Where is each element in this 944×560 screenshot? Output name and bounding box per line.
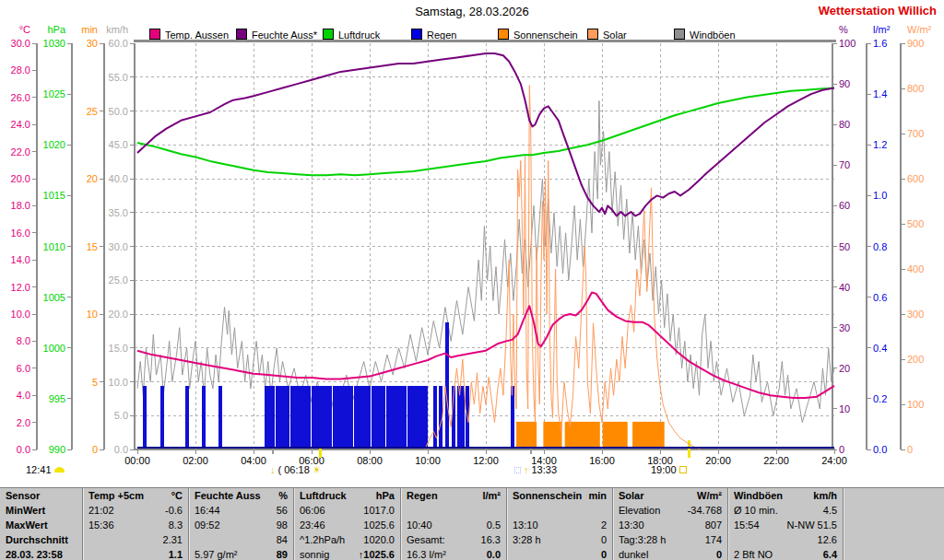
table-cell: 3:28 h0 xyxy=(507,532,612,547)
table-cell: 15:54N-NW 51.5 xyxy=(728,518,843,532)
svg-text:20.0: 20.0 xyxy=(109,309,128,320)
sunrise-time: ( 06:18 xyxy=(278,464,310,475)
svg-text:18.0: 18.0 xyxy=(11,200,30,211)
svg-text:80: 80 xyxy=(839,119,850,130)
svg-text:30.0: 30.0 xyxy=(11,38,30,49)
svg-text:10.0: 10.0 xyxy=(109,377,128,388)
axis-kmh: km/h0.05.010.015.020.025.030.035.040.045… xyxy=(106,24,135,455)
up-arrow-icon: ↑ xyxy=(524,464,529,475)
table-cell xyxy=(507,503,612,518)
svg-text:5.0: 5.0 xyxy=(114,410,128,421)
table-cell xyxy=(401,503,506,518)
svg-text:12.0: 12.0 xyxy=(11,282,30,293)
svg-text:50.0: 50.0 xyxy=(109,106,128,117)
table-cell: Ø 10 min.4.5 xyxy=(728,503,843,518)
weather-station-chart: Samstag, 28.03.2026 Wetterstation Willic… xyxy=(0,0,944,560)
table-cell: Sensor xyxy=(0,488,82,503)
svg-text:600: 600 xyxy=(907,173,924,184)
table-cell: dunkel0 xyxy=(613,547,727,560)
axis-temp: °C0.02.04.06.08.010.012.014.016.018.020.… xyxy=(11,24,37,455)
svg-text:04:00: 04:00 xyxy=(241,455,266,466)
svg-text:1000: 1000 xyxy=(43,343,65,354)
svg-text:55.0: 55.0 xyxy=(109,72,128,83)
moon-transit-marker: ↑ 13:33 xyxy=(514,463,557,476)
table-cell: SolarW/m² xyxy=(613,488,727,503)
x-axis: 00:0002:0004:0006:0008:0010:0012:0014:00… xyxy=(124,449,847,466)
table-cell: Feuchte Auss% xyxy=(189,488,293,503)
svg-text:60.0: 60.0 xyxy=(109,38,128,49)
svg-text:45.0: 45.0 xyxy=(109,139,128,150)
table-column-feuchte-auss: Feuchte Auss%16:445609:5298845.97 g/m²89 xyxy=(188,488,293,560)
table-column-labels: SensorMinWertMaxWertDurchschnitt28.03. 2… xyxy=(0,488,82,560)
table-cell: 23:461025.6 xyxy=(294,518,400,532)
svg-text:20:00: 20:00 xyxy=(705,455,731,466)
svg-text:22:00: 22:00 xyxy=(763,455,789,466)
svg-text:800: 800 xyxy=(907,83,924,94)
table-cell: LuftdruckhPa xyxy=(294,488,400,503)
table-cell: 2 Bft NO6.4 xyxy=(728,547,843,560)
svg-text:16:00: 16:00 xyxy=(589,455,615,466)
svg-text:100: 100 xyxy=(907,399,924,410)
svg-text:20: 20 xyxy=(87,173,98,184)
sunset-square-icon xyxy=(679,466,687,473)
svg-text:200: 200 xyxy=(907,354,924,365)
svg-text:300: 300 xyxy=(907,309,924,320)
axis-lm2: l/m²0.00.20.40.60.81.01.21.41.6 xyxy=(867,24,891,455)
svg-text:35.0: 35.0 xyxy=(109,207,128,218)
svg-text:1.4: 1.4 xyxy=(873,88,887,99)
svg-text:90: 90 xyxy=(839,78,850,89)
svg-text:1010: 1010 xyxy=(43,241,65,252)
table-column-empty xyxy=(843,488,944,560)
axis-wm2: W/m²0100200300400500600700800900 xyxy=(901,24,932,455)
table-cell: 10:400.5 xyxy=(401,518,506,532)
table-cell: Temp +5cm°C xyxy=(83,488,188,503)
svg-text:0.4: 0.4 xyxy=(873,343,887,354)
moon-icon xyxy=(54,467,65,472)
svg-text:22.0: 22.0 xyxy=(11,146,30,158)
svg-text:26.0: 26.0 xyxy=(11,92,30,103)
svg-text:10:00: 10:00 xyxy=(415,455,441,466)
svg-text:10.0: 10.0 xyxy=(11,309,30,320)
svg-text:25.0: 25.0 xyxy=(109,274,128,286)
square-dot-icon xyxy=(514,467,521,473)
axis-unit-min: min xyxy=(81,24,98,35)
axis-hpa: hPa9909951000100510101015102010251030 xyxy=(43,24,72,455)
svg-text:24.0: 24.0 xyxy=(11,119,30,130)
svg-text:30.0: 30.0 xyxy=(109,241,128,252)
svg-text:50: 50 xyxy=(839,241,850,252)
svg-text:1.0: 1.0 xyxy=(873,190,887,201)
svg-text:900: 900 xyxy=(907,38,924,49)
svg-text:1030: 1030 xyxy=(43,38,65,49)
table-cell: Elevation-34.768 xyxy=(613,503,727,518)
table-cell: 2.31 xyxy=(83,532,188,547)
svg-text:0.0: 0.0 xyxy=(17,444,30,455)
svg-text:0: 0 xyxy=(839,444,844,455)
svg-text:15.0: 15.0 xyxy=(109,343,128,354)
series-regen xyxy=(145,322,513,449)
svg-text:1025: 1025 xyxy=(43,88,65,99)
svg-text:100: 100 xyxy=(839,38,856,49)
svg-text:990: 990 xyxy=(49,444,65,455)
series-sonnenschein xyxy=(516,422,665,448)
axis-unit-temp: °C xyxy=(19,24,30,35)
svg-text:5: 5 xyxy=(92,377,98,388)
axis-unit-kmh: km/h xyxy=(106,24,128,35)
table-cell: Regenl/m² xyxy=(401,488,506,503)
table-cell: Sonnenscheinmin xyxy=(507,488,612,503)
table-column-sonnenschein: Sonnenscheinmin13:1023:28 h00 xyxy=(506,488,612,560)
table-cell: 5.97 g/m²89 xyxy=(189,547,293,560)
table-cell: 1.1 xyxy=(83,547,188,560)
svg-text:25: 25 xyxy=(87,106,98,117)
svg-text:30: 30 xyxy=(87,38,98,49)
table-cell: 13:102 xyxy=(507,518,612,532)
table-column-regen: Regenl/m²10:400.5Gesamt:16.316.3 l/m²0.0 xyxy=(400,488,506,560)
svg-text:0: 0 xyxy=(92,444,98,455)
table-cell: 13:30807 xyxy=(613,518,727,532)
table-cell: Gesamt:16.3 xyxy=(401,532,506,547)
svg-text:60: 60 xyxy=(839,200,850,211)
svg-text:995: 995 xyxy=(49,393,65,404)
svg-text:0: 0 xyxy=(907,444,913,455)
table-cell: Windböenkm/h xyxy=(728,488,843,503)
table-column-solar: SolarW/m²Elevation-34.76813:30807Tag:3:2… xyxy=(612,488,727,560)
svg-text:14.0: 14.0 xyxy=(11,254,30,265)
